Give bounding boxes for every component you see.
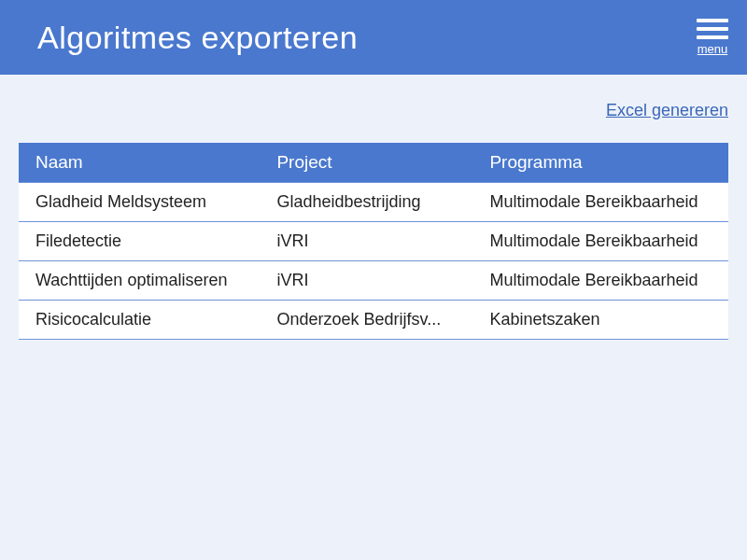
cell-naam: Gladheid Meldsysteem — [19, 183, 260, 222]
cell-naam: Wachttijden optimaliseren — [19, 261, 260, 301]
cell-project: Gladheidbestrijding — [260, 183, 472, 222]
table-row[interactable]: Filedetectie iVRI Multimodale Bereikbaar… — [19, 222, 728, 261]
cell-project: Onderzoek Bedrijfsv... — [260, 301, 472, 340]
algorithms-table: Naam Project Programma Gladheid Meldsyst… — [19, 143, 728, 340]
action-row: Excel genereren — [19, 93, 728, 143]
menu-button[interactable]: menu — [697, 19, 728, 56]
cell-naam: Risicocalculatie — [19, 301, 260, 340]
table-row[interactable]: Gladheid Meldsysteem Gladheidbestrijding… — [19, 183, 728, 222]
cell-naam: Filedetectie — [19, 222, 260, 261]
table-row[interactable]: Risicocalculatie Onderzoek Bedrijfsv... … — [19, 301, 728, 340]
cell-project: iVRI — [260, 261, 472, 301]
col-header-naam[interactable]: Naam — [19, 143, 260, 183]
generate-excel-link[interactable]: Excel genereren — [606, 101, 728, 119]
content-area: Excel genereren Naam Project Programma G… — [0, 75, 747, 358]
cell-programma: Multimodale Bereikbaarheid — [472, 222, 728, 261]
page-title: Algoritmes exporteren — [37, 20, 358, 56]
hamburger-icon — [697, 19, 728, 39]
cell-project: iVRI — [260, 222, 472, 261]
cell-programma: Multimodale Bereikbaarheid — [472, 183, 728, 222]
table-header-row: Naam Project Programma — [19, 143, 728, 183]
table-row[interactable]: Wachttijden optimaliseren iVRI Multimoda… — [19, 261, 728, 301]
col-header-project[interactable]: Project — [260, 143, 472, 183]
col-header-programma[interactable]: Programma — [472, 143, 728, 183]
cell-programma: Kabinetszaken — [472, 301, 728, 340]
cell-programma: Multimodale Bereikbaarheid — [472, 261, 728, 301]
app-header: Algoritmes exporteren menu — [0, 0, 747, 75]
menu-label: menu — [698, 42, 728, 56]
